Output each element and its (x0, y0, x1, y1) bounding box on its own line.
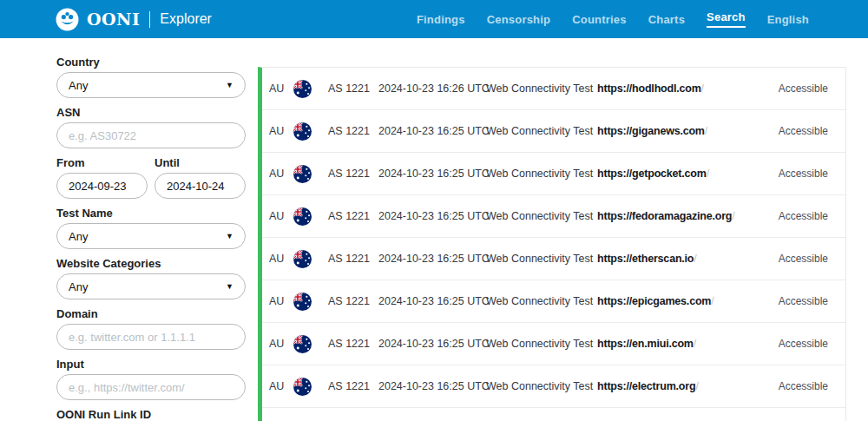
nav-item-charts[interactable]: Charts (648, 13, 685, 26)
country-code: AU (269, 125, 293, 137)
chevron-down-icon: ▼ (226, 282, 233, 291)
website-categories-label: Website Categories (56, 257, 246, 270)
measurement-url: https://en.miui.com/ (597, 338, 760, 350)
measurement-url: https://hodlhodl.com/ (597, 82, 760, 95)
domain-label: Domain (56, 307, 246, 320)
language-selector[interactable]: English (767, 13, 809, 26)
ooni-run-link-id-label: OONI Run Link ID (56, 408, 246, 421)
measurement-url: https://giganews.com/ (597, 125, 760, 137)
status-label: Accessible (760, 253, 828, 265)
test-name: Web Connectivity Test (486, 253, 597, 265)
measurement-row[interactable]: AU AS 1221 2024-10-23 16:26 UTC Web Con (262, 68, 845, 110)
measurement-date: 2024-10-23 16:25 UTC (378, 210, 486, 222)
australia-flag-icon (293, 122, 328, 141)
test-name-select-value: Any (69, 230, 88, 243)
url-text: https://en.miui.com (597, 338, 694, 350)
test-name: Web Connectivity Test (486, 380, 597, 392)
measurement-row[interactable]: AU AS 1221 2024-10-23 16:25 UTC Web Con (262, 110, 845, 153)
status-label: Accessible (760, 338, 828, 350)
chevron-down-icon: ▼ (226, 232, 233, 240)
url-trailing-slash: / (695, 380, 698, 392)
url-trailing-slash: / (732, 210, 734, 222)
ooni-logo-icon (56, 8, 79, 31)
measurement-date: 2024-10-23 16:25 UTC (378, 380, 486, 392)
asn-value: AS 1221 (328, 168, 378, 180)
website-categories-select[interactable]: Any ▼ (56, 273, 246, 299)
country-code: AU (269, 168, 293, 180)
top-navbar: OONI Explorer Findings Censorship Countr… (0, 0, 868, 38)
website-categories-select-value: Any (69, 280, 88, 293)
status-label: Accessible (760, 82, 828, 95)
nav-links: Findings Censorship Countries Charts Sea… (417, 10, 809, 28)
measurement-date: 2024-10-23 16:25 UTC (378, 295, 486, 307)
status-label: Accessible (760, 295, 828, 307)
until-date-input[interactable] (155, 173, 246, 199)
australia-flag-icon (293, 165, 328, 183)
asn-label: ASN (56, 106, 246, 119)
measurement-row[interactable]: AU AS 1221 2024-10-23 16:25 UTC Web Con (262, 238, 845, 280)
australia-flag-icon (293, 378, 328, 396)
measurement-row[interactable]: AU AS 1221 2024-10-23 16:25 UTC Web Con (262, 323, 845, 365)
measurement-row[interactable]: AU AS 1221 2024-10-23 16:25 UTC Web Con (262, 280, 845, 323)
status-label: Accessible (760, 125, 828, 137)
input-label: Input (56, 358, 246, 371)
filter-test-name: Test Name Any ▼ (56, 207, 246, 249)
measurement-row[interactable]: AU AS 1221 2024-10-23 16:25 UTC Web Con (262, 195, 845, 238)
brand-name: OONI (87, 10, 140, 29)
brand-divider (149, 11, 150, 28)
country-select-value: Any (69, 79, 88, 92)
url-text: https://etherscan.io (597, 253, 694, 265)
url-trailing-slash: / (694, 338, 696, 350)
filter-until: Until (155, 156, 246, 199)
australia-flag-icon (293, 335, 328, 353)
test-name: Web Connectivity Test (486, 168, 597, 180)
url-text: https://electrum.org (597, 380, 695, 392)
url-text: https://fedoramagazine.org (597, 210, 732, 222)
filter-website-categories: Website Categories Any ▼ (56, 257, 246, 299)
measurement-url: https://etherscan.io/ (597, 253, 760, 265)
filter-sidebar: Country Any ▼ ASN From Until Test Name A… (56, 56, 246, 421)
country-code: AU (269, 338, 293, 350)
country-code: AU (269, 253, 293, 265)
measurement-date: 2024-10-23 16:26 UTC (378, 82, 486, 95)
nav-item-search[interactable]: Search (707, 10, 746, 28)
test-name: Web Connectivity Test (486, 82, 597, 95)
test-name-select[interactable]: Any ▼ (56, 223, 246, 249)
measurement-row[interactable]: AU AS 1221 2024-10-23 16:25 UTC Web Con (262, 153, 845, 195)
filter-domain: Domain (56, 307, 246, 350)
status-label: Accessible (760, 380, 828, 392)
url-trailing-slash: / (711, 295, 713, 307)
measurement-url: https://getpocket.com/ (597, 168, 760, 180)
asn-value: AS 1221 (328, 125, 378, 137)
main-content: Country Any ▼ ASN From Until Test Name A… (0, 38, 868, 421)
status-label: Accessible (760, 168, 828, 180)
test-name: Web Connectivity Test (486, 338, 597, 350)
test-name-label: Test Name (56, 207, 246, 220)
country-label: Country (56, 56, 246, 69)
chevron-down-icon: ▼ (226, 81, 233, 89)
asn-input[interactable] (56, 122, 246, 148)
measurement-url: https://fedoramagazine.org/ (597, 210, 760, 222)
input-url-input[interactable] (56, 374, 246, 400)
brand-product: Explorer (160, 11, 212, 27)
domain-input[interactable] (56, 324, 246, 350)
url-trailing-slash: / (705, 125, 707, 137)
filter-input: Input (56, 358, 246, 400)
measurement-row[interactable]: AU AS 1221 2024-10-23 16:25 UTC Web Con (262, 365, 845, 408)
asn-value: AS 1221 (328, 210, 378, 222)
asn-value: AS 1221 (328, 338, 378, 350)
country-select[interactable]: Any ▼ (56, 72, 246, 98)
url-trailing-slash: / (701, 82, 704, 95)
australia-flag-icon (293, 250, 328, 268)
url-text: https://getpocket.com (597, 168, 707, 180)
brand[interactable]: OONI Explorer (56, 8, 212, 31)
country-code: AU (269, 380, 293, 392)
australia-flag-icon (293, 207, 328, 226)
url-text: https://giganews.com (597, 125, 705, 137)
nav-item-countries[interactable]: Countries (572, 13, 626, 26)
from-date-input[interactable] (56, 173, 148, 199)
filter-country: Country Any ▼ (56, 56, 246, 98)
nav-item-censorship[interactable]: Censorship (487, 13, 551, 26)
measurement-date: 2024-10-23 16:25 UTC (378, 253, 486, 265)
nav-item-findings[interactable]: Findings (417, 13, 465, 26)
